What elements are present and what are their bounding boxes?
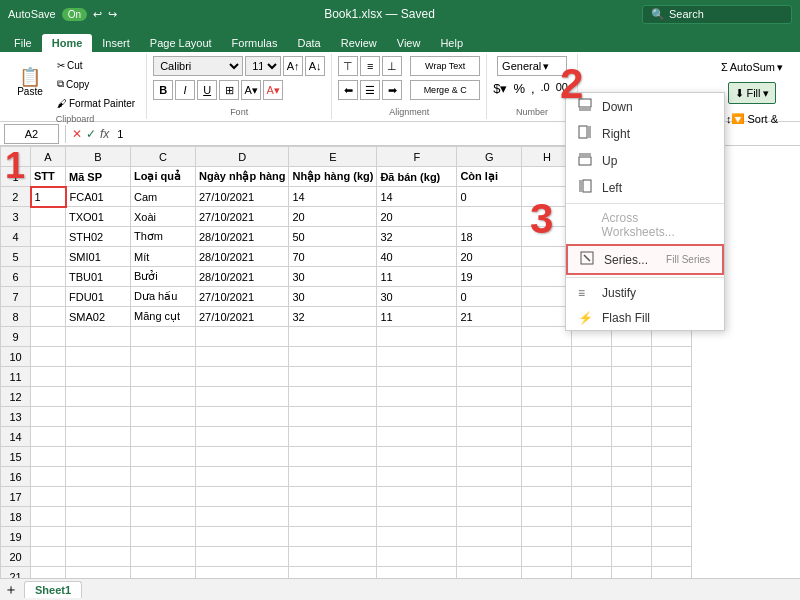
cell-4-1[interactable]: STH02	[66, 227, 131, 247]
dropdown-item-justify[interactable]: ≡Justify	[566, 280, 724, 305]
cell-20-2[interactable]	[131, 547, 196, 567]
row-header-18[interactable]: 18	[1, 507, 31, 527]
cell-19-8[interactable]	[572, 527, 612, 547]
cell-11-4[interactable]	[289, 367, 377, 387]
font-name-select[interactable]: Calibri	[153, 56, 243, 76]
cell-4-3[interactable]: 28/10/2021	[196, 227, 289, 247]
dollar-button[interactable]: $▾	[493, 81, 507, 96]
cell-13-1[interactable]	[66, 407, 131, 427]
align-bottom-button[interactable]: ⊥	[382, 56, 402, 76]
cell-21-10[interactable]	[652, 567, 692, 579]
cell-2-6[interactable]: 0	[457, 187, 522, 207]
cell-12-6[interactable]	[457, 387, 522, 407]
row-header-4[interactable]: 4	[1, 227, 31, 247]
tab-formulas[interactable]: Formulas	[222, 34, 288, 52]
cell-11-3[interactable]	[196, 367, 289, 387]
cell-10-1[interactable]	[66, 347, 131, 367]
col-header-E[interactable]: E	[289, 147, 377, 167]
cell-5-0[interactable]	[31, 247, 66, 267]
number-format-select[interactable]: General ▾	[497, 56, 567, 76]
cell-12-9[interactable]	[612, 387, 652, 407]
dropdown-item-left[interactable]: Left	[566, 174, 724, 201]
cell-6-6[interactable]: 19	[457, 267, 522, 287]
cell-3-6[interactable]	[457, 207, 522, 227]
cell-19-0[interactable]	[31, 527, 66, 547]
cell-19-3[interactable]	[196, 527, 289, 547]
cell-7-6[interactable]: 0	[457, 287, 522, 307]
cell-7-2[interactable]: Dưa hấu	[131, 287, 196, 307]
col-header-G[interactable]: G	[457, 147, 522, 167]
cell-11-2[interactable]	[131, 367, 196, 387]
fill-button[interactable]: ⬇ Fill ▾	[728, 82, 775, 104]
cell-21-5[interactable]	[377, 567, 457, 579]
cell-9-0[interactable]	[31, 327, 66, 347]
cell-1-2[interactable]: Loại quả	[131, 167, 196, 187]
autosave-toggle[interactable]: On	[62, 8, 87, 21]
font-shrink-button[interactable]: A↓	[305, 56, 325, 76]
bold-button[interactable]: B	[153, 80, 173, 100]
cell-8-2[interactable]: Măng cụt	[131, 307, 196, 327]
cell-21-2[interactable]	[131, 567, 196, 579]
cell-17-6[interactable]	[457, 487, 522, 507]
cell-12-7[interactable]	[522, 387, 572, 407]
cell-10-9[interactable]	[612, 347, 652, 367]
cell-4-2[interactable]: Thơm	[131, 227, 196, 247]
cell-21-3[interactable]	[196, 567, 289, 579]
row-header-3[interactable]: 3	[1, 207, 31, 227]
cell-3-0[interactable]	[31, 207, 66, 227]
cell-16-0[interactable]	[31, 467, 66, 487]
cell-19-5[interactable]	[377, 527, 457, 547]
cell-9-5[interactable]	[377, 327, 457, 347]
cell-13-4[interactable]	[289, 407, 377, 427]
cell-2-0[interactable]: 1	[31, 187, 66, 207]
cell-5-1[interactable]: SMI01	[66, 247, 131, 267]
cell-21-1[interactable]	[66, 567, 131, 579]
cell-13-10[interactable]	[652, 407, 692, 427]
col-header-C[interactable]: C	[131, 147, 196, 167]
row-header-5[interactable]: 5	[1, 247, 31, 267]
cell-18-9[interactable]	[612, 507, 652, 527]
comma-button[interactable]: ,	[531, 81, 535, 96]
cell-18-2[interactable]	[131, 507, 196, 527]
cell-21-4[interactable]	[289, 567, 377, 579]
cell-10-2[interactable]	[131, 347, 196, 367]
cell-9-3[interactable]	[196, 327, 289, 347]
cell-3-3[interactable]: 27/10/2021	[196, 207, 289, 227]
cell-8-5[interactable]: 11	[377, 307, 457, 327]
cell-19-4[interactable]	[289, 527, 377, 547]
cell-19-10[interactable]	[652, 527, 692, 547]
cell-20-6[interactable]	[457, 547, 522, 567]
cell-15-8[interactable]	[572, 447, 612, 467]
cancel-formula-icon[interactable]: ✕	[72, 127, 82, 141]
col-header-A[interactable]: A	[31, 147, 66, 167]
row-header-19[interactable]: 19	[1, 527, 31, 547]
cell-16-1[interactable]	[66, 467, 131, 487]
autosum-button[interactable]: Σ AutoSum ▾	[714, 56, 790, 78]
tab-insert[interactable]: Insert	[92, 34, 140, 52]
cell-19-1[interactable]	[66, 527, 131, 547]
row-header-6[interactable]: 6	[1, 267, 31, 287]
cell-20-3[interactable]	[196, 547, 289, 567]
cell-4-6[interactable]: 18	[457, 227, 522, 247]
align-top-button[interactable]: ⊤	[338, 56, 358, 76]
insert-function-icon[interactable]: fx	[100, 127, 109, 141]
cell-1-1[interactable]: Mã SP	[66, 167, 131, 187]
cell-11-1[interactable]	[66, 367, 131, 387]
cell-9-2[interactable]	[131, 327, 196, 347]
cell-21-7[interactable]	[522, 567, 572, 579]
cell-1-5[interactable]: Đã bán (kg)	[377, 167, 457, 187]
cell-1-3[interactable]: Ngày nhập hàng	[196, 167, 289, 187]
cell-18-6[interactable]	[457, 507, 522, 527]
cell-17-5[interactable]	[377, 487, 457, 507]
cell-18-5[interactable]	[377, 507, 457, 527]
cell-7-1[interactable]: FDU01	[66, 287, 131, 307]
align-left-button[interactable]: ⬅	[338, 80, 358, 100]
cell-3-5[interactable]: 20	[377, 207, 457, 227]
cell-3-4[interactable]: 20	[289, 207, 377, 227]
cell-6-2[interactable]: Bưởi	[131, 267, 196, 287]
cell-20-0[interactable]	[31, 547, 66, 567]
cell-12-0[interactable]	[31, 387, 66, 407]
cell-8-0[interactable]	[31, 307, 66, 327]
cell-20-1[interactable]	[66, 547, 131, 567]
cell-2-2[interactable]: Cam	[131, 187, 196, 207]
